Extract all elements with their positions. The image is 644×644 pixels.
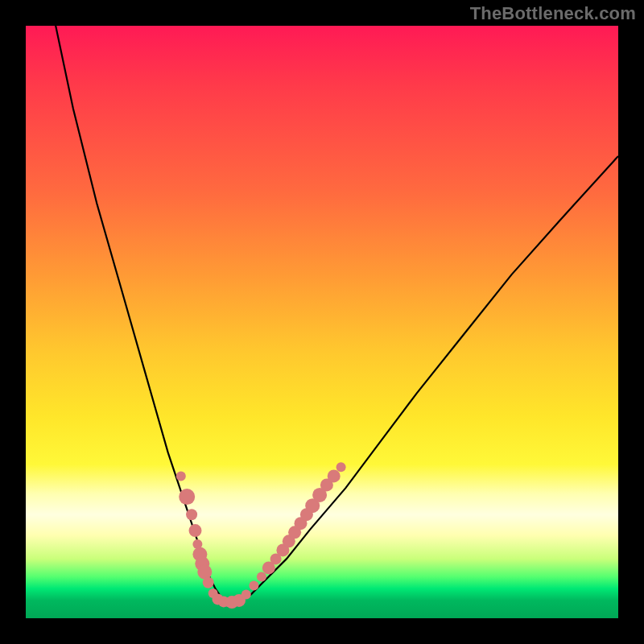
marker-dot xyxy=(242,590,251,600)
chart-overlay xyxy=(26,26,618,618)
marker-dot xyxy=(328,469,341,482)
watermark-text: TheBottleneck.com xyxy=(470,3,636,24)
marker-dot xyxy=(176,471,186,481)
chart-frame: TheBottleneck.com xyxy=(0,0,644,644)
marker-dot xyxy=(203,577,214,588)
marker-dot xyxy=(336,462,346,472)
marker-dot xyxy=(189,524,202,537)
marker-dot xyxy=(197,565,212,580)
curve-line xyxy=(49,26,618,601)
marker-dot xyxy=(179,489,195,505)
marker-dot xyxy=(257,572,266,582)
marker-dot xyxy=(249,581,258,591)
marker-dot xyxy=(186,509,197,520)
marker-dots xyxy=(176,462,346,609)
plot-area xyxy=(26,26,618,618)
